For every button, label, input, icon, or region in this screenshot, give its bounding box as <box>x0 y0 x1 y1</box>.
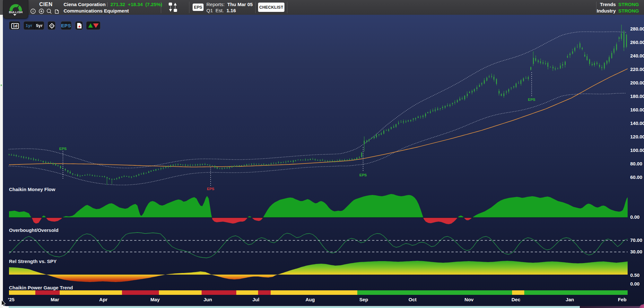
svg-text:Rel Strength vs. SPY: Rel Strength vs. SPY <box>9 259 57 264</box>
svg-text:Feb: Feb <box>618 297 627 302</box>
svg-text:30.00: 30.00 <box>630 249 642 254</box>
svg-text:Aug: Aug <box>305 297 315 302</box>
svg-text:May: May <box>150 297 160 302</box>
svg-text:Jan: Jan <box>566 297 574 302</box>
svg-text:100.00: 100.00 <box>630 147 644 153</box>
svg-text:Oct: Oct <box>408 297 416 302</box>
svg-text:EPS: EPS <box>207 187 214 191</box>
svg-text:60.00: 60.00 <box>630 174 642 180</box>
svg-text:70.00: 70.00 <box>630 237 642 243</box>
svg-text:80.00: 80.00 <box>630 161 642 166</box>
svg-text:200.00: 200.00 <box>630 80 644 85</box>
svg-text:Nov: Nov <box>465 297 474 302</box>
svg-text:'25: '25 <box>8 297 14 302</box>
svg-text:Apr: Apr <box>99 297 108 302</box>
svg-text:Chaikin Power Gauge Trend: Chaikin Power Gauge Trend <box>9 285 73 290</box>
svg-text:Jun: Jun <box>204 297 212 302</box>
svg-text:160.00: 160.00 <box>630 107 644 112</box>
svg-text:EPS: EPS <box>359 173 367 177</box>
svg-text:0.00: 0.00 <box>630 214 640 220</box>
svg-text:Sep: Sep <box>359 297 368 302</box>
svg-text:180.00: 180.00 <box>630 93 644 99</box>
svg-text:0.00: 0.00 <box>630 281 640 286</box>
svg-text:Mar: Mar <box>51 297 59 302</box>
svg-text:Dec: Dec <box>511 297 520 302</box>
svg-text:140.00: 140.00 <box>630 120 644 126</box>
svg-text:Overbought/Oversold: Overbought/Oversold <box>9 227 58 233</box>
svg-text:120.00: 120.00 <box>630 134 644 139</box>
svg-text:EPS: EPS <box>59 147 66 151</box>
svg-text:260.00: 260.00 <box>630 40 644 45</box>
svg-text:220.00: 220.00 <box>630 66 644 72</box>
svg-text:0.50: 0.50 <box>630 272 640 278</box>
svg-text:Chaikin Money Flow: Chaikin Money Flow <box>9 187 56 192</box>
svg-text:Jul: Jul <box>252 297 259 302</box>
svg-text:240.00: 240.00 <box>630 53 644 58</box>
svg-text:EPS: EPS <box>528 98 535 101</box>
svg-text:280.00: 280.00 <box>630 26 644 31</box>
